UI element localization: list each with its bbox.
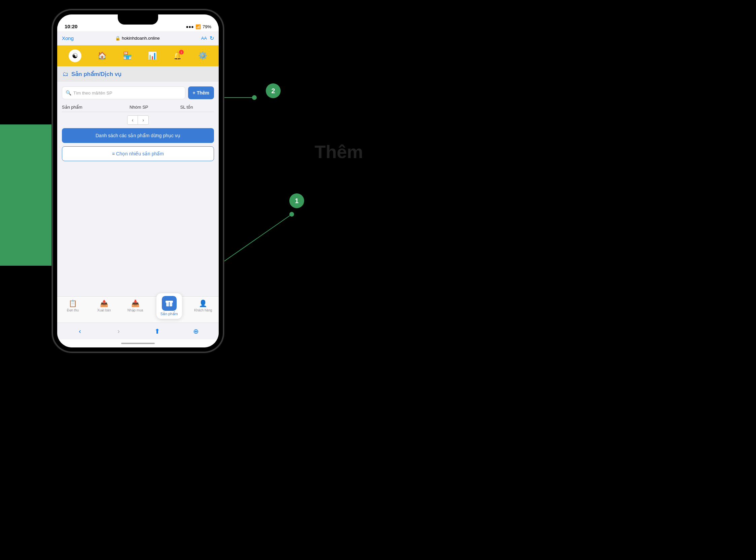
nhap-mua-label: Nhập mua <box>127 308 143 312</box>
don-thu-icon: 📋 <box>68 299 77 307</box>
browser-actions: AA ↻ <box>201 35 214 41</box>
status-icons: ●●● 📶 79% <box>186 24 211 29</box>
pagination: ‹ › <box>62 115 214 125</box>
browser-share-button[interactable]: ⬆ <box>151 327 164 335</box>
next-page-button[interactable]: › <box>138 115 149 125</box>
browser-back-nav[interactable]: ‹ <box>73 327 87 335</box>
browser-forward-nav[interactable]: › <box>112 327 125 335</box>
phone-notch <box>118 15 158 24</box>
phone-screen: 10:20 ●●● 📶 79% Xong 🔒 hokinhdoanh.onli <box>57 15 219 347</box>
browser-url: 🔒 hokinhdoanh.online <box>115 36 160 41</box>
khach-hang-label: Khách hàng <box>194 308 212 312</box>
tab-xuat-ban[interactable]: 📤 Xuất bán <box>94 299 114 312</box>
battery-indicator: 79% <box>202 24 211 29</box>
svg-point-1 <box>252 95 257 100</box>
browser-back-button[interactable]: Xong <box>62 35 74 41</box>
san-pham-active-label: Sản phẩm <box>160 312 178 316</box>
tab-don-thu[interactable]: 📋 Đơn thu <box>63 299 83 312</box>
font-size-button[interactable]: AA <box>201 36 207 41</box>
tab-khach-hang[interactable]: 👤 Khách hàng <box>193 299 213 312</box>
xuat-ban-icon: 📤 <box>100 299 108 307</box>
settings-nav-icon[interactable]: ⚙️ <box>198 52 207 60</box>
notification-icon[interactable]: 🔔 1 <box>173 52 182 60</box>
col-san-pham: Sản phẩm <box>62 105 130 109</box>
phone-mockup: 10:20 ●●● 📶 79% Xong 🔒 hokinhdoanh.onli <box>52 9 224 353</box>
table-header: Sản phẩm Nhóm SP SL tồn <box>62 103 214 112</box>
store-nav-icon[interactable]: 🏪 <box>123 52 132 60</box>
annotation-1: 1 <box>289 194 304 208</box>
page-title: Sản phẩm/Dịch vụ <box>71 71 121 78</box>
browser-bar: Xong 🔒 hokinhdoanh.online AA ↻ <box>57 31 219 45</box>
search-box[interactable]: 🔍 Tìm theo mã/tên SP <box>62 86 185 99</box>
signal-icon: ●●● <box>186 24 194 29</box>
select-multiple-button[interactable]: ≡ Chọn nhiều sản phẩm <box>62 146 214 161</box>
col-sl-ton: SL tồn <box>180 105 214 109</box>
search-icon: 🔍 <box>66 90 71 96</box>
content-area: 🔍 Tìm theo mã/tên SP + Thêm Sản phẩm Nhó… <box>57 82 219 296</box>
don-thu-label: Đơn thu <box>67 308 79 312</box>
browser-compass-button[interactable]: ⊕ <box>190 327 203 335</box>
tab-bar: 📋 Đơn thu 📤 Xuất bán 📥 Nhập mua <box>57 296 219 323</box>
nhap-mua-icon: 📥 <box>131 299 140 307</box>
inactive-button-label: Danh sách các sản phẩm dừng phục vụ <box>96 133 180 138</box>
prev-page-button[interactable]: ‹ <box>127 115 138 125</box>
san-pham-active-icon <box>162 296 177 311</box>
search-row: 🔍 Tìm theo mã/tên SP + Thêm <box>62 86 214 99</box>
page-header: 🗂 Sản phẩm/Dịch vụ <box>57 66 219 82</box>
app-logo[interactable]: ☯ <box>68 49 81 62</box>
col-nhom-sp: Nhóm SP <box>130 105 180 109</box>
annotation-2: 2 <box>266 83 281 98</box>
home-indicator-bar <box>121 343 155 344</box>
notification-badge: 1 <box>179 50 184 55</box>
phone-inner: 10:20 ●●● 📶 79% Xong 🔒 hokinhdoanh.onli <box>53 11 223 352</box>
app-header: ☯ 🏠 🏪 📊 🔔 1 ⚙️ <box>57 45 219 66</box>
khach-hang-icon: 👤 <box>199 299 207 307</box>
reload-button[interactable]: ↻ <box>210 35 214 41</box>
lock-icon: 🔒 <box>115 36 120 41</box>
status-time: 10:20 <box>65 23 77 29</box>
logo-icon: ☯ <box>72 52 78 60</box>
stats-nav-icon[interactable]: 📊 <box>148 52 157 60</box>
page-header-icon: 🗂 <box>63 71 68 78</box>
wifi-icon: 📶 <box>196 24 201 29</box>
search-input-placeholder: Tìm theo mã/tên SP <box>73 91 112 96</box>
tab-nhap-mua[interactable]: 📥 Nhập mua <box>125 299 145 312</box>
home-nav-icon[interactable]: 🏠 <box>98 52 107 60</box>
home-indicator <box>57 339 219 347</box>
them-tooltip-text: Thêm <box>315 141 363 162</box>
svg-point-3 <box>289 212 294 217</box>
select-multiple-label: ≡ Chọn nhiều sản phẩm <box>112 151 164 156</box>
inactive-products-button[interactable]: Danh sách các sản phẩm dừng phục vụ <box>62 128 214 143</box>
tab-san-pham-active[interactable]: Sản phẩm <box>156 293 182 319</box>
browser-bottom-nav: ‹ › ⬆ ⊕ <box>57 323 219 339</box>
add-product-button[interactable]: + Thêm <box>188 86 214 99</box>
phone-shell: 10:20 ●●● 📶 79% Xong 🔒 hokinhdoanh.onli <box>52 9 224 353</box>
xuat-ban-label: Xuất bán <box>97 308 111 312</box>
